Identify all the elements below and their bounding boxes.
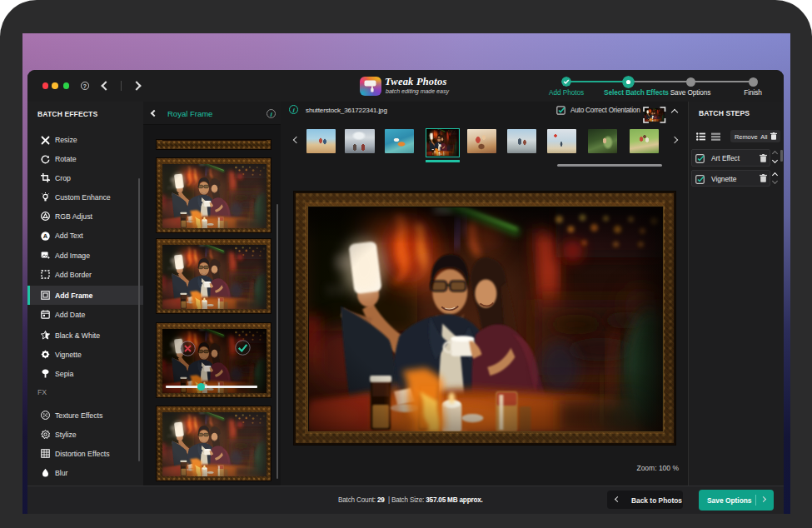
svg-text:A: A xyxy=(43,232,48,240)
